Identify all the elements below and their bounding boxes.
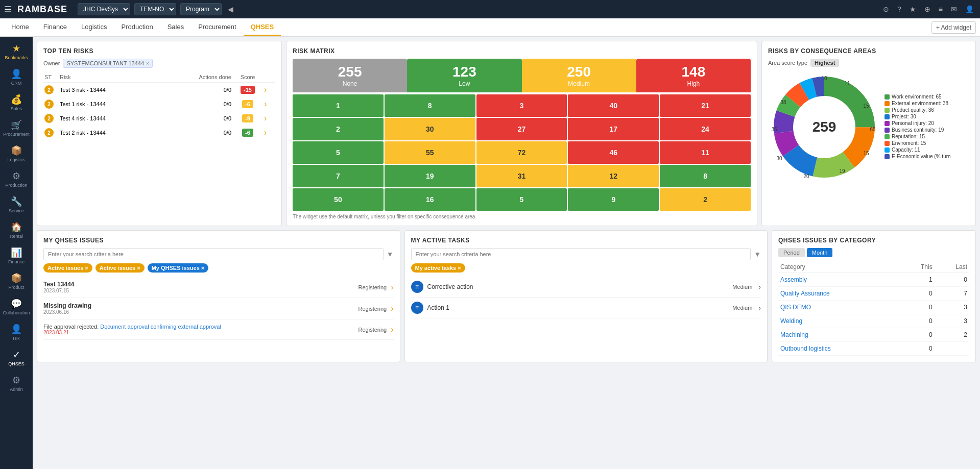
tab-qhses[interactable]: QHSES <box>244 19 281 36</box>
add-widget-button[interactable]: + Add widget <box>931 21 976 34</box>
plus-icon[interactable]: ⊕ <box>924 5 930 13</box>
matrix-cell: 27 <box>476 118 567 140</box>
issue-arrow-3[interactable]: › <box>391 325 393 334</box>
my-tasks-filter-icon[interactable]: ▼ <box>754 250 761 258</box>
svg-text:10: 10 <box>821 76 827 81</box>
cat-this: 0 <box>899 342 934 356</box>
sidebar-item-product[interactable]: 📦 Product <box>0 268 33 294</box>
cat-name[interactable]: Welding <box>778 314 899 328</box>
table-row: Quality Assurance 0 7 <box>778 287 969 301</box>
finance-icon: 📊 <box>11 247 22 258</box>
top-ten-risks-title: TOP TEN RISKS <box>43 47 275 55</box>
crm-icon: 👤 <box>11 68 22 80</box>
filter-tag-my-issues[interactable]: My QHSES issues × <box>148 263 209 273</box>
owner-tag[interactable]: SYSTEMCONSULTANT 13444 × <box>63 59 152 68</box>
risk-arrow[interactable]: › <box>263 111 275 126</box>
user-icon[interactable]: 👤 <box>965 5 974 13</box>
mail-icon[interactable]: ✉ <box>951 5 957 13</box>
program-select[interactable]: Program <box>180 3 222 15</box>
issue-arrow-2[interactable]: › <box>391 304 393 313</box>
matrix-cell: 3 <box>476 94 567 117</box>
task-arrow-2[interactable]: › <box>758 304 761 312</box>
risk-arrow[interactable]: › <box>263 97 275 111</box>
sidebar-item-production[interactable]: ⚙ Production <box>0 166 33 192</box>
list-item: Test 13444 2023.07.15 Registering › <box>43 277 394 298</box>
owner-tag-close[interactable]: × <box>146 61 149 66</box>
period-tab-period[interactable]: Period <box>778 248 805 257</box>
collapse-icon[interactable]: ◀ <box>228 5 233 13</box>
risk-arrow[interactable]: › <box>263 126 275 140</box>
svg-text:38: 38 <box>780 100 786 105</box>
sidebar-item-bookmarks[interactable]: ★ Bookmarks <box>0 39 33 64</box>
tab-finance[interactable]: Finance <box>36 19 74 36</box>
sidebar-item-crm[interactable]: 👤 CRM <box>0 64 33 90</box>
donut-section: 10 11 15 65 15 19 20 30 36 38 259 <box>768 71 969 183</box>
star-icon[interactable]: ★ <box>910 5 916 13</box>
cat-name[interactable]: Assembly <box>778 273 899 287</box>
my-tasks-search-input[interactable] <box>411 248 751 260</box>
sidebar-item-finance[interactable]: 📊 Finance <box>0 243 33 268</box>
filter-tag-active-1[interactable]: Active issues × <box>43 263 92 273</box>
owner-tag-value: SYSTEMCONSULTANT 13444 <box>66 60 144 66</box>
risk-arrow[interactable]: › <box>263 83 275 97</box>
my-issues-widget: MY QHSES ISSUES ▼ Active issues × Active… <box>37 230 400 362</box>
matrix-header-cell: 250Medium <box>522 59 636 92</box>
sidebar-item-procurement[interactable]: 🛒 Procurement <box>0 115 33 141</box>
svg-text:20: 20 <box>803 174 809 179</box>
cat-name[interactable]: Quality Assurance <box>778 287 899 301</box>
sidebar-item-hr[interactable]: 👤 HR <box>0 319 33 345</box>
sidebar-item-logistics[interactable]: 📦 Logistics <box>0 141 33 166</box>
task-name-1: Corrective action <box>427 283 729 290</box>
col-this: This <box>899 261 934 273</box>
sidebar-label-production: Production <box>5 183 27 188</box>
issue-status-2: Registering <box>358 306 387 312</box>
my-issues-filter-icon[interactable]: ▼ <box>387 250 394 258</box>
matrix-cell: 11 <box>660 141 751 164</box>
sidebar-item-service[interactable]: 🔧 Service <box>0 192 33 217</box>
settings-icon[interactable]: ⊙ <box>883 5 889 13</box>
grid-icon[interactable]: ≡ <box>939 5 943 13</box>
tab-home[interactable]: Home <box>4 19 36 36</box>
company-select[interactable]: JHC DevSys <box>78 3 130 15</box>
tab-logistics[interactable]: Logistics <box>74 19 114 36</box>
logistics-icon: 📦 <box>11 145 22 156</box>
cat-name[interactable]: QIS DEMO <box>778 301 899 314</box>
menu-icon[interactable]: ☰ <box>4 5 11 14</box>
my-issues-filter-tags: Active issues × Active issues × My QHSES… <box>43 263 394 273</box>
cat-name[interactable]: Machining <box>778 328 899 342</box>
matrix-cell: 8 <box>660 165 751 187</box>
issue-link[interactable]: Document approval confirming external ap… <box>100 324 221 330</box>
legend-item: Reputation: 15 <box>885 134 951 139</box>
filter-tag-active-2[interactable]: Active issues × <box>95 263 145 273</box>
sidebar-item-collaboration[interactable]: 💬 Collaboration <box>0 294 33 319</box>
legend-dot <box>885 121 890 126</box>
region-select[interactable]: TEM-NO <box>134 3 176 15</box>
col-risk: Risk <box>59 72 181 83</box>
filter-tag-my-active-tasks[interactable]: My active tasks × <box>411 263 465 273</box>
my-issues-search-input[interactable] <box>43 248 384 260</box>
task-arrow-1[interactable]: › <box>758 283 761 291</box>
rental-icon: 🏠 <box>11 221 22 233</box>
tab-production[interactable]: Production <box>114 19 160 36</box>
sidebar-item-admin[interactable]: ⚙ Admin <box>0 371 33 396</box>
sales-icon: 💰 <box>11 94 22 105</box>
help-icon[interactable]: ? <box>897 5 901 13</box>
legend-label: Reputation: 15 <box>892 134 925 139</box>
risk-st: 2 <box>43 97 59 111</box>
sidebar-item-qhses[interactable]: ✓ QHSES <box>0 345 33 371</box>
period-tab-month[interactable]: Month <box>807 248 833 257</box>
matrix-cell: 16 <box>385 188 475 211</box>
cat-name[interactable]: Outbound logistics <box>778 342 899 356</box>
tab-procurement[interactable]: Procurement <box>191 19 243 36</box>
collaboration-icon: 💬 <box>11 298 22 309</box>
sidebar-item-sales[interactable]: 💰 Sales <box>0 90 33 115</box>
risk-actions: 0/0 <box>181 83 232 97</box>
donut-segment <box>791 151 815 167</box>
issue-date-1: 2023.07.15 <box>43 288 358 293</box>
cat-last: 2 <box>935 328 969 342</box>
sidebar-item-rental[interactable]: 🏠 Rental <box>0 217 33 243</box>
issues-category-title: QHSES ISSUES BY CATEGORY <box>778 237 969 244</box>
issue-arrow-1[interactable]: › <box>391 283 393 292</box>
sidebar-label-qhses: QHSES <box>8 361 25 366</box>
tab-sales[interactable]: Sales <box>160 19 192 36</box>
